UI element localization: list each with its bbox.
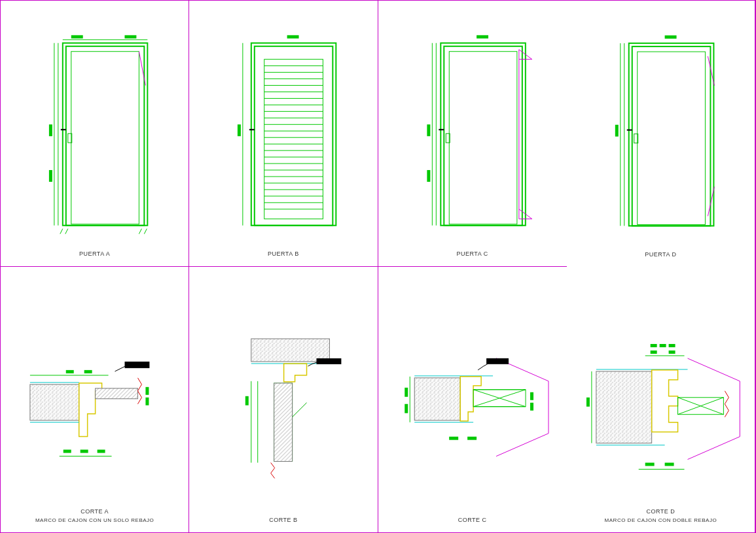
- svg-rect-69: [96, 388, 138, 398]
- title: CORTE D: [646, 508, 675, 515]
- svg-rect-75: [145, 397, 149, 405]
- cell-corte-c: CORTE C: [378, 267, 567, 533]
- grid-layout: PUERTA A PUERTA B PUERTA C PUERTA D: [1, 1, 755, 532]
- cell-puerta-d: PUERTA D: [567, 1, 755, 267]
- section-a-drawing: [1, 267, 189, 533]
- svg-rect-64: [664, 35, 676, 39]
- svg-rect-11: [71, 35, 83, 39]
- title: PUERTA D: [645, 251, 676, 258]
- title: CORTE A: [81, 508, 109, 515]
- title: CORTE B: [269, 517, 297, 523]
- caption-corte-c: CORTE C: [378, 517, 567, 523]
- svg-rect-76: [63, 449, 71, 453]
- svg-rect-54: [477, 35, 488, 39]
- svg-rect-56: [427, 170, 430, 182]
- svg-rect-60: [632, 46, 710, 226]
- svg-rect-99: [449, 436, 458, 439]
- svg-rect-12: [124, 35, 136, 39]
- svg-rect-48: [441, 43, 526, 226]
- door-c-drawing: [378, 1, 567, 266]
- subtitle: MARCO DE CAJON CON DOBLE REBAJO: [567, 517, 755, 523]
- cell-puerta-b: PUERTA B: [189, 1, 378, 267]
- caption-puerta-d: PUERTA D: [567, 251, 755, 258]
- svg-rect-96: [405, 404, 408, 413]
- title: CORTE C: [458, 517, 487, 523]
- section-d-drawing: [567, 267, 755, 533]
- svg-line-71: [115, 364, 128, 371]
- svg-rect-59: [629, 43, 714, 226]
- svg-rect-45: [287, 35, 299, 39]
- svg-rect-107: [659, 343, 666, 347]
- svg-rect-100: [467, 436, 477, 439]
- caption-puerta-c: PUERTA C: [378, 250, 567, 257]
- svg-rect-73: [84, 370, 92, 373]
- section-c-drawing: [378, 267, 567, 533]
- svg-rect-97: [530, 392, 533, 400]
- subtitle: MARCO DE CAJON CON UN SOLO REBAJO: [1, 517, 189, 523]
- cell-puerta-a: PUERTA A: [1, 1, 189, 267]
- caption-corte-a: CORTE A MARCO DE CAJON CON UN SOLO REBAJ…: [1, 508, 189, 523]
- svg-rect-102: [596, 371, 652, 443]
- caption-puerta-b: PUERTA B: [189, 250, 377, 257]
- svg-rect-61: [637, 52, 705, 224]
- svg-rect-6: [66, 46, 145, 226]
- svg-rect-83: [251, 338, 330, 361]
- svg-rect-20: [264, 60, 323, 219]
- svg-rect-108: [668, 343, 675, 347]
- title: PUERTA B: [268, 250, 299, 257]
- svg-rect-49: [444, 46, 522, 226]
- svg-rect-46: [238, 124, 241, 136]
- caption-corte-b: CORTE B: [189, 517, 377, 523]
- svg-rect-114: [645, 462, 654, 466]
- svg-rect-95: [405, 387, 408, 396]
- door-a-drawing: [1, 1, 189, 266]
- door-b-drawing: [189, 1, 377, 266]
- svg-rect-74: [145, 387, 149, 394]
- svg-rect-77: [81, 449, 88, 453]
- svg-rect-72: [66, 370, 74, 373]
- cell-corte-b: CORTE B: [189, 267, 378, 533]
- title: PUERTA C: [457, 250, 488, 257]
- svg-rect-86: [317, 358, 342, 364]
- caption-puerta-a: PUERTA A: [1, 250, 189, 257]
- title: PUERTA A: [79, 250, 110, 257]
- svg-rect-112: [586, 397, 590, 406]
- svg-rect-7: [71, 52, 139, 224]
- svg-rect-55: [427, 124, 430, 136]
- door-d-drawing: [567, 1, 755, 267]
- svg-rect-15: [49, 170, 52, 182]
- svg-rect-115: [664, 462, 674, 466]
- svg-rect-94: [486, 358, 509, 364]
- svg-rect-98: [530, 402, 533, 410]
- svg-rect-68: [30, 384, 79, 420]
- svg-rect-109: [650, 350, 657, 353]
- cell-corte-d: CORTE D MARCO DE CAJON CON DOBLE REBAJO: [567, 267, 755, 533]
- caption-corte-d: CORTE D MARCO DE CAJON CON DOBLE REBAJO: [567, 508, 755, 523]
- svg-rect-106: [650, 343, 657, 347]
- svg-rect-87: [245, 396, 249, 405]
- svg-rect-65: [615, 125, 619, 137]
- svg-rect-14: [49, 124, 52, 136]
- cell-puerta-c: PUERTA C: [378, 1, 567, 267]
- section-b-drawing: [189, 267, 377, 533]
- svg-rect-19: [255, 46, 333, 226]
- svg-rect-90: [414, 377, 460, 420]
- svg-rect-110: [668, 350, 675, 353]
- svg-rect-70: [125, 361, 150, 368]
- cell-corte-a: CORTE A MARCO DE CAJON CON UN SOLO REBAJ…: [1, 267, 189, 533]
- svg-rect-5: [63, 43, 148, 226]
- svg-rect-78: [98, 449, 105, 453]
- drawing-sheet: PUERTA A PUERTA B PUERTA C PUERTA D: [0, 0, 756, 533]
- svg-rect-50: [449, 52, 517, 224]
